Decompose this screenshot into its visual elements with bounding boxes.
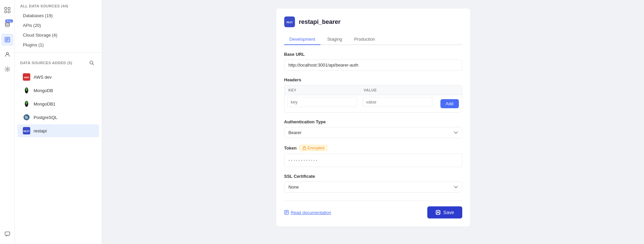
- datasource-restapi-label: restapi: [34, 128, 47, 133]
- read-docs-label: Read documentation: [291, 210, 331, 215]
- datasource-restapi[interactable]: REST restapi: [17, 124, 99, 137]
- ssl-label: SSL Certificate: [284, 174, 462, 179]
- datasource-aws-label: AWS dev: [34, 75, 52, 80]
- mongodb1-icon: [23, 100, 30, 108]
- headers-add-button[interactable]: Add: [440, 99, 459, 108]
- base-url-input[interactable]: [284, 59, 462, 71]
- save-button[interactable]: Save: [427, 206, 462, 218]
- added-sources-label: DATA SOURCES ADDED (5): [20, 61, 72, 65]
- base-url-label: Base URL: [284, 52, 462, 57]
- token-masked: ············: [284, 154, 462, 167]
- svg-rect-3: [8, 11, 10, 13]
- category-plugins[interactable]: Plugins (1): [17, 40, 99, 49]
- datasource-postgresql[interactable]: 🐘 PostgreSQL: [17, 111, 99, 124]
- datasource-aws[interactable]: AWS AWS dev: [17, 71, 99, 83]
- headers-key-col: KEY: [285, 85, 360, 95]
- category-apis[interactable]: APIs (20): [17, 21, 99, 30]
- svg-text:REST: REST: [24, 130, 30, 132]
- tab-production[interactable]: Production: [349, 34, 380, 45]
- card-title: restapi_bearer: [299, 18, 341, 26]
- headers-table-head: KEY VALUE: [285, 85, 462, 95]
- svg-point-10: [6, 52, 8, 54]
- detail-card: REST restapi_bearer Development Staging …: [276, 8, 471, 227]
- headers-table: KEY VALUE Add: [284, 85, 462, 113]
- settings-icon[interactable]: [1, 63, 13, 75]
- ssl-group: SSL Certificate None Custom: [284, 174, 462, 193]
- svg-rect-27: [303, 148, 306, 150]
- tabs: Development Staging Production: [284, 34, 462, 45]
- encrypted-badge: Encrypted: [299, 145, 328, 151]
- headers-label: Headers: [284, 77, 462, 82]
- sidebar: ALL DATA SOURCES (44) Databases (19) API…: [15, 0, 102, 244]
- headers-key-input[interactable]: [287, 97, 357, 107]
- headers-add-cell: Add: [435, 95, 462, 112]
- token-label: Token Encrypted: [284, 145, 462, 151]
- datasource-mongodb1[interactable]: MongoDB1: [17, 97, 99, 110]
- aws-icon: AWS: [23, 73, 30, 81]
- auth-type-label: Authentication Type: [284, 119, 462, 124]
- category-databases[interactable]: Databases (19): [17, 11, 99, 20]
- svg-text:AWS: AWS: [24, 76, 29, 79]
- datasource-postgresql-label: PostgreSQL: [34, 115, 57, 120]
- headers-group: Headers KEY VALUE Add: [284, 77, 462, 113]
- search-button[interactable]: [87, 58, 96, 68]
- tab-development[interactable]: Development: [284, 34, 321, 45]
- svg-rect-12: [5, 232, 10, 235]
- sidebar-divider: [15, 52, 102, 53]
- card-header-icon: REST: [284, 16, 295, 27]
- datasource-mongodb[interactable]: MongoDB: [17, 84, 99, 97]
- headers-table-row: Add: [285, 95, 462, 112]
- auth-type-group: Authentication Type None Bearer Basic OA…: [284, 119, 462, 138]
- pages-icon[interactable]: [1, 34, 13, 46]
- svg-point-11: [6, 69, 8, 70]
- headers-value-input[interactable]: [362, 97, 432, 107]
- svg-text:🐘: 🐘: [25, 115, 29, 120]
- svg-rect-2: [5, 11, 7, 13]
- database-icon[interactable]: Beta: [1, 19, 13, 31]
- headers-action-col: [435, 85, 462, 95]
- datasource-mongodb1-label: MongoDB1: [34, 101, 55, 107]
- postgresql-icon: 🐘: [23, 114, 30, 121]
- main-content: REST restapi_bearer Development Staging …: [102, 0, 644, 244]
- icon-rail: Beta: [0, 0, 15, 244]
- chat-icon[interactable]: [1, 228, 13, 240]
- svg-text:REST: REST: [286, 21, 293, 24]
- auth-type-select[interactable]: None Bearer Basic OAuth 2.0 API Key: [284, 127, 462, 138]
- datasource-mongodb-label: MongoDB: [34, 88, 53, 93]
- svg-rect-1: [8, 7, 10, 9]
- tab-staging[interactable]: Staging: [322, 34, 347, 45]
- category-cloud-storage[interactable]: Cloud Storage (4): [17, 31, 99, 40]
- svg-line-14: [93, 64, 94, 65]
- all-sources-label: ALL DATA SOURCES (44): [20, 4, 68, 8]
- added-sources-section: DATA SOURCES ADDED (5): [15, 55, 102, 70]
- mongodb-icon: [23, 87, 30, 94]
- restapi-icon: REST: [23, 127, 30, 134]
- ssl-select[interactable]: None Custom: [284, 181, 462, 193]
- beta-badge: Beta: [5, 19, 12, 23]
- base-url-group: Base URL: [284, 52, 462, 71]
- save-label: Save: [443, 210, 454, 215]
- users-icon[interactable]: [1, 48, 13, 60]
- headers-value-cell: [360, 95, 435, 112]
- headers-key-cell: [285, 95, 360, 112]
- card-footer: Read documentation Save: [284, 201, 462, 218]
- svg-point-4: [5, 23, 9, 24]
- svg-rect-0: [5, 7, 7, 9]
- token-group: Token Encrypted ············: [284, 145, 462, 167]
- all-sources-section: ALL DATA SOURCES (44): [15, 0, 102, 11]
- grid-icon[interactable]: [1, 4, 13, 16]
- card-header: REST restapi_bearer: [284, 16, 462, 27]
- read-docs-button[interactable]: Read documentation: [284, 210, 331, 215]
- headers-value-col: VALUE: [360, 85, 435, 95]
